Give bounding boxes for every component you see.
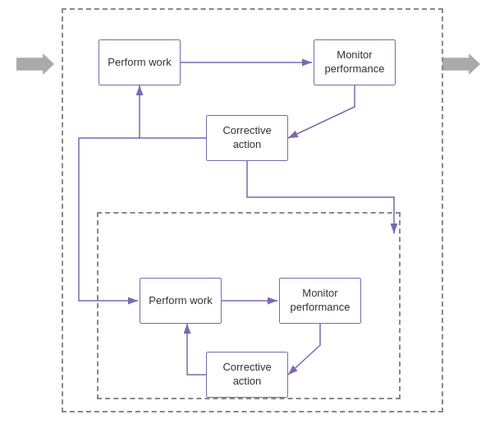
corrective-action-inner-node: Corrective action bbox=[206, 352, 288, 398]
diagram-container: Perform work Monitor performance Correct… bbox=[0, 0, 504, 424]
corrective-action-outer-label: Corrective action bbox=[212, 124, 282, 152]
perform-work-outer-label: Perform work bbox=[108, 56, 171, 70]
right-arrow-icon bbox=[442, 53, 480, 75]
monitor-performance-inner-node: Monitor performance bbox=[279, 278, 361, 324]
corrective-action-inner-label: Corrective action bbox=[212, 361, 282, 389]
left-arrow-icon bbox=[16, 53, 54, 75]
input-arrow bbox=[16, 53, 62, 75]
perform-work-inner-node: Perform work bbox=[140, 278, 222, 324]
monitor-performance-outer-label: Monitor performance bbox=[319, 48, 390, 76]
corrective-action-outer-node: Corrective action bbox=[206, 115, 288, 161]
monitor-performance-outer-node: Monitor performance bbox=[314, 39, 396, 85]
perform-work-inner-label: Perform work bbox=[149, 294, 212, 308]
perform-work-outer-node: Perform work bbox=[99, 39, 181, 85]
monitor-performance-inner-label: Monitor performance bbox=[285, 287, 355, 315]
output-arrow bbox=[442, 53, 488, 75]
